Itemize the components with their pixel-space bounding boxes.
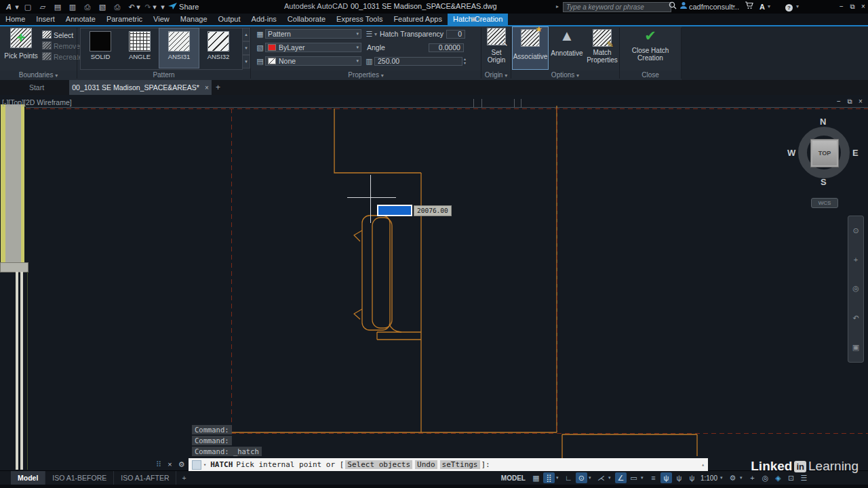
model-space-toggle[interactable]: MODEL	[498, 474, 529, 482]
tab-view[interactable]: View	[148, 14, 175, 25]
select-button[interactable]: Select	[42, 30, 77, 40]
undo-caret-icon[interactable]: ▾	[136, 0, 141, 14]
signed-in-user[interactable]: cadfmconsult...	[689, 0, 739, 14]
layout-tab-iso-a1-before[interactable]: ISO A1-BEFORE	[45, 471, 114, 485]
window-restore-button[interactable]: ⧉	[848, 0, 857, 14]
hatch-color-dropdown[interactable]: ByLayer ▾	[265, 43, 361, 52]
tab-express-tools[interactable]: Express Tools	[331, 14, 388, 25]
lineweight-icon[interactable]: ≡	[648, 472, 659, 483]
account-caret-icon[interactable]: ▾	[768, 0, 770, 14]
open-folder-icon[interactable]: ▱	[38, 0, 47, 14]
viewcube-east[interactable]: E	[852, 148, 859, 158]
close-hatch-creation-button[interactable]: ✔ Close Hatch Creation	[625, 28, 675, 62]
command-history-expand-icon[interactable]: ▴	[701, 462, 705, 468]
associative-button[interactable]: ★ Associative	[513, 27, 548, 69]
orbit-icon[interactable]: ↶	[852, 314, 859, 323]
app-store-cart-icon[interactable]	[745, 0, 753, 14]
gallery-down-icon[interactable]: ▾	[242, 41, 250, 55]
snap-mode-icon[interactable]: ⣿	[543, 472, 555, 483]
help-icon[interactable]: ?	[785, 0, 793, 14]
annotation-scale-icon[interactable]: ψ	[686, 472, 698, 483]
qat-customize-caret-icon[interactable]: ▾	[160, 0, 165, 14]
isometric-drafting-icon[interactable]: ⋌	[595, 472, 607, 483]
undo-icon[interactable]: ↶	[127, 0, 136, 14]
autodesk-account-icon[interactable]: A	[760, 0, 765, 14]
print-icon[interactable]: ⎙	[113, 0, 122, 14]
annotation-visibility-icon[interactable]: ψ	[660, 472, 672, 483]
new-file-icon[interactable]: ▢	[23, 0, 33, 14]
recent-commands-caret-icon[interactable]: ▾	[203, 462, 206, 468]
panel-title-boundaries[interactable]: Boundaries ▾	[0, 70, 77, 80]
tab-insert[interactable]: Insert	[31, 14, 60, 25]
transparency-value[interactable]: 0	[446, 30, 465, 39]
gallery-expand-icon[interactable]: ▾	[242, 55, 250, 68]
tab-featured-apps[interactable]: Featured Apps	[388, 14, 448, 25]
new-layout-button[interactable]: +	[176, 471, 191, 485]
drawing-minimize-button[interactable]: −	[834, 98, 844, 105]
layout-tab-iso-a1-after[interactable]: ISO A1-AFTER	[114, 471, 176, 485]
user-caret-icon[interactable]: ▾	[732, 0, 735, 14]
wcs-badge[interactable]: WCS	[811, 198, 838, 208]
panel-title-origin[interactable]: Origin ▾	[481, 70, 511, 80]
tab-output[interactable]: Output	[213, 14, 246, 25]
viewcube-top-face[interactable]: TOP	[810, 139, 839, 167]
scale-spinner[interactable]: ▴▾	[464, 57, 466, 65]
ortho-mode-icon[interactable]: ∟	[563, 472, 574, 483]
search-icon[interactable]	[669, 0, 677, 14]
window-close-button[interactable]: ×	[859, 0, 868, 14]
command-bar-customize-icon[interactable]: ⚙	[178, 460, 185, 468]
clean-screen-icon[interactable]: ⊡	[785, 472, 797, 483]
polar-tracking-icon[interactable]: ⊙	[576, 472, 587, 483]
file-tab-document[interactable]: 00_1031 SE Madison_SPACE&AREAS*×	[69, 80, 212, 95]
window-minimize-button[interactable]: −	[837, 0, 846, 14]
share-button[interactable]: Share	[168, 0, 199, 14]
tab-manage[interactable]: Manage	[175, 14, 213, 25]
publish-icon[interactable]: ▧	[98, 0, 107, 14]
hatch-scale-value[interactable]: 250.00	[374, 57, 462, 66]
command-option-select-objects[interactable]: Select objects	[345, 460, 412, 469]
annotation-monitor-icon[interactable]: +	[747, 472, 758, 483]
ribbon-display-toggle[interactable]: ▣ ▾	[471, 16, 481, 22]
file-tab-close-icon[interactable]: ×	[205, 84, 209, 92]
isodraft-caret-icon[interactable]: ▾	[608, 475, 614, 481]
showmotion-icon[interactable]: ▣	[852, 343, 859, 352]
search-input[interactable]	[563, 2, 671, 12]
object-snap-tracking-icon[interactable]: ∠	[615, 472, 627, 483]
autoscale-icon[interactable]: ψ	[673, 472, 685, 483]
dynamic-input-field[interactable]	[377, 205, 412, 216]
osnap-caret-icon[interactable]: ▾	[641, 475, 646, 481]
gallery-up-icon[interactable]: ▴	[242, 28, 250, 41]
redo-icon[interactable]: ↷	[144, 0, 152, 14]
panel-title-properties[interactable]: Properties ▾	[251, 70, 481, 80]
pattern-ansi32[interactable]: ANSI32	[199, 28, 238, 68]
angle-value[interactable]: 0.0000	[429, 43, 464, 52]
object-snap-icon[interactable]: ▭	[628, 472, 639, 483]
recent-commands-icon[interactable]	[192, 460, 201, 470]
tab-add-ins[interactable]: Add-ins	[246, 14, 282, 25]
tab-home[interactable]: Home	[0, 14, 31, 25]
command-option-settings[interactable]: seTtings	[440, 460, 480, 469]
customization-menu-icon[interactable]: ☰	[798, 472, 810, 483]
pattern-ansi31[interactable]: ANSI31	[159, 28, 199, 68]
workspace-settings-icon[interactable]: ⚙	[727, 472, 738, 483]
layout-tab-model[interactable]: Model	[11, 471, 45, 485]
pattern-solid[interactable]: SOLID	[81, 28, 120, 68]
polar-caret-icon[interactable]: ▾	[589, 475, 594, 481]
set-origin-button[interactable]: ↖ Set Origin	[483, 28, 510, 64]
hatch-type-dropdown[interactable]: Pattern ▾	[265, 29, 361, 39]
snap-caret-icon[interactable]: ▾	[556, 475, 561, 481]
logo-caret-icon[interactable]: ▾	[14, 0, 20, 14]
graphics-performance-icon[interactable]: ◈	[772, 472, 784, 483]
tab-annotate[interactable]: Annotate	[60, 14, 101, 25]
plot-icon[interactable]: ⎙	[83, 0, 92, 14]
annotative-button[interactable]: ▲ Annotative	[549, 27, 585, 69]
navigation-bar[interactable]: ⊙ + ◎ ↶ ▣	[848, 216, 864, 363]
tab-parametric[interactable]: Parametric	[101, 14, 148, 25]
autocad-logo-icon[interactable]: A	[4, 0, 14, 14]
pattern-angle[interactable]: ANGLE	[120, 28, 159, 68]
save-as-icon[interactable]: ▥	[68, 0, 77, 14]
new-drawing-tab-button[interactable]: +	[216, 80, 220, 95]
tab-collaborate[interactable]: Collaborate	[282, 14, 331, 25]
command-line[interactable]: ▾ HATCH Pick internal point or [ Select …	[189, 458, 708, 471]
file-tab-start[interactable]: Start	[5, 80, 68, 95]
